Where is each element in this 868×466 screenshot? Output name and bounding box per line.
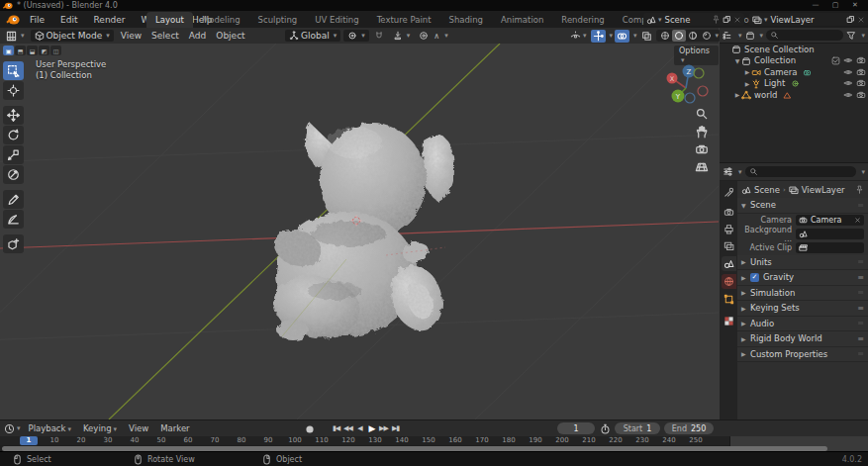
remove-view-layer-icon[interactable] [857, 16, 865, 24]
workspace-tab-shading[interactable]: Shading [439, 12, 492, 28]
play-reverse-button[interactable]: ◀ [354, 421, 365, 434]
breadcrumb-view-layer[interactable]: ViewLayer [802, 185, 845, 195]
viewport-menu-select[interactable]: Select [146, 29, 184, 43]
stopwatch-icon[interactable] [600, 423, 611, 434]
hide-in-viewport-eye-icon[interactable] [843, 78, 853, 88]
panel-gravity[interactable]: ▶ ✓ Gravity ≡ [737, 270, 868, 286]
timeline-editor-icon[interactable] [4, 423, 15, 434]
current-frame-field[interactable]: 1 [557, 422, 595, 434]
viewport-menu-view[interactable]: View [116, 29, 146, 43]
shading-solid-button[interactable] [672, 30, 686, 43]
workspace-tab-uv-editing[interactable]: UV Editing [306, 12, 367, 28]
new-view-layer-icon[interactable] [846, 15, 855, 24]
tool-cursor[interactable] [3, 81, 24, 100]
expander-right-icon[interactable]: ▶ [743, 68, 751, 75]
hide-in-viewport-eye-icon[interactable] [843, 67, 853, 77]
show-gizmos-toggle[interactable] [591, 30, 606, 43]
disable-in-renders-camera-icon[interactable] [856, 55, 866, 65]
object-visibility-selector[interactable]: ▾ [568, 30, 589, 43]
start-frame-field[interactable]: Start1 [615, 422, 660, 434]
outliner-row-collection[interactable]: ▼Collection [720, 55, 868, 67]
tool-measure[interactable] [3, 210, 24, 229]
hide-in-viewport-eye-icon[interactable] [843, 55, 853, 65]
maximize-button[interactable]: ▢ [828, 1, 842, 10]
mode-selector[interactable]: Object Mode▾ [31, 30, 114, 42]
disable-in-renders-camera-icon[interactable] [856, 67, 866, 77]
select-mode-set[interactable]: ▣ [3, 46, 14, 55]
outliner-row-scene-collection[interactable]: Scene Collection [720, 44, 868, 55]
camera-view-icon[interactable] [695, 142, 709, 156]
pivot-point-selector[interactable]: ▾ [343, 30, 369, 42]
hide-in-viewport-eye-icon[interactable] [843, 90, 853, 100]
outliner-item-label[interactable]: Camera [764, 67, 797, 77]
menu-edit[interactable]: Edit [54, 13, 83, 27]
outliner-row-light[interactable]: ▶Light [720, 78, 868, 90]
expander-right-icon[interactable]: ▶ [733, 91, 741, 98]
panel-menu-icon[interactable]: ≡ [857, 304, 864, 313]
xray-toggle[interactable] [639, 30, 654, 43]
tool-scale[interactable] [3, 145, 24, 164]
pan-hand-icon[interactable] [695, 125, 709, 139]
pin-icon[interactable] [712, 15, 721, 24]
view-layer-name[interactable]: ViewLayer [771, 15, 815, 25]
timeline-ruler[interactable]: 1 10203040506070809010011012013014015016… [0, 436, 729, 445]
scene-selector[interactable]: ▾ Scene [643, 13, 744, 26]
workspace-tab-modeling[interactable]: Modeling [193, 12, 249, 28]
properties-search-input[interactable] [745, 166, 857, 177]
panel-menu-icon[interactable]: ≡ [857, 288, 864, 297]
select-mode-subtract[interactable]: ⬓ [27, 46, 38, 55]
gravity-checkbox[interactable]: ✓ [750, 273, 759, 282]
properties-tab-tool[interactable] [722, 185, 736, 200]
menu-file[interactable]: File [24, 13, 50, 27]
properties-tab-object[interactable] [722, 292, 736, 307]
select-mode-invert[interactable]: ◩ [39, 46, 49, 55]
select-mode-extend[interactable]: ⬒ [15, 46, 26, 55]
disable-in-renders-camera-icon[interactable] [856, 90, 866, 100]
blender-menu-icon[interactable] [6, 13, 20, 26]
tool-select-box[interactable] [3, 61, 24, 80]
expander-right-icon[interactable]: ▶ [743, 80, 751, 87]
tool-annotate[interactable] [3, 190, 24, 209]
scene-name[interactable]: Scene [665, 15, 691, 25]
timeline-menu-playback[interactable]: Playback▾ [23, 421, 77, 435]
panel-simulation[interactable]: ▶ Simulation ≡ [737, 286, 868, 302]
panel-keying-sets[interactable]: ▶ Keying Sets ≡ [737, 301, 868, 317]
panel-menu-icon[interactable]: ≡ [857, 201, 864, 210]
gizmo-z-neg-axis[interactable] [685, 93, 695, 103]
properties-tab-render[interactable] [722, 205, 736, 220]
workspace-tab-animation[interactable]: Animation [492, 12, 552, 28]
properties-tab-scene[interactable] [722, 256, 736, 271]
perspective-toggle-icon[interactable] [695, 160, 709, 174]
outliner-item-label[interactable]: Scene Collection [744, 45, 815, 54]
outliner-row-camera[interactable]: ▶Camera [720, 66, 868, 78]
workspace-tab-sculpting[interactable]: Sculpting [249, 12, 307, 28]
outliner-item-label[interactable]: Collection [754, 55, 796, 65]
panel-menu-icon[interactable]: ≡ [857, 257, 864, 266]
prev-keyframe-button[interactable]: ◀◀ [342, 421, 353, 434]
expander-down-icon[interactable]: ▼ [733, 57, 741, 64]
breadcrumb-scene[interactable]: Scene [754, 185, 780, 195]
close-button[interactable]: ✕ [848, 1, 862, 10]
properties-tab-texture[interactable] [722, 314, 736, 328]
camera-data-icon[interactable] [803, 68, 812, 77]
view-layer-selector[interactable]: ▾ ViewLayer [749, 13, 868, 26]
snap-target-selector[interactable]: ▾ [389, 30, 415, 42]
mesh-data-icon[interactable] [783, 91, 792, 100]
end-frame-field[interactable]: End250 [664, 422, 714, 434]
timeline-menu-marker[interactable]: Marker [154, 421, 195, 435]
outliner-item-label[interactable]: world [754, 90, 777, 100]
zoom-view-icon[interactable] [695, 107, 709, 121]
minimize-button[interactable]: — [809, 1, 822, 10]
gizmo-x-neg-axis[interactable] [698, 86, 708, 96]
panel-audio[interactable]: ▶ Audio ≡ [737, 317, 868, 332]
disable-in-renders-camera-icon[interactable] [856, 78, 866, 88]
shading-material-button[interactable] [686, 30, 700, 43]
field-background--input[interactable] [796, 229, 864, 239]
menu-render[interactable]: Render [88, 13, 132, 27]
tool-move[interactable] [3, 106, 24, 125]
proportional-falloff-icon[interactable]: ∧ [434, 32, 439, 41]
gizmo-y-neg-axis[interactable] [694, 68, 704, 78]
timeline-menu-view[interactable]: View [123, 421, 154, 435]
panel-menu-icon[interactable]: ≡ [857, 273, 864, 282]
snap-toggle[interactable] [372, 30, 386, 42]
